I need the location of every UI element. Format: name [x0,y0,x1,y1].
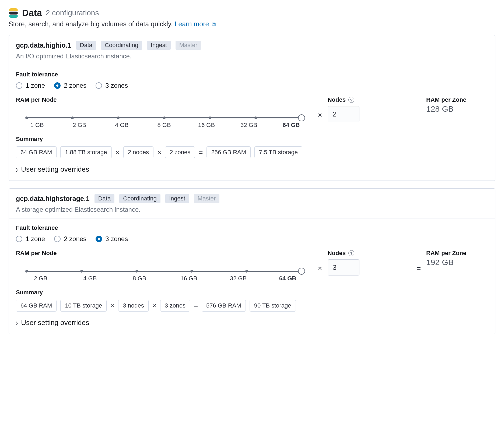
help-icon[interactable]: ? [348,97,354,103]
zone-radio[interactable]: 3 zones [96,235,128,243]
config-title: gcp.data.highstorage.1 [16,195,90,203]
nodes-input[interactable] [328,106,359,122]
slider-value-label: 32 GB [228,122,270,129]
chevron-right-icon: › [16,164,18,174]
help-icon[interactable]: ? [348,250,354,256]
zone-radio[interactable]: 1 zone [16,235,45,243]
slider-tick-icon [245,270,248,273]
ram-slider[interactable]: 2 GB4 GB8 GB16 GB32 GB64 GB [16,260,312,282]
slider-value-label: 64 GB [270,122,312,129]
summary-zones: 3 zones [160,300,190,312]
summary-storage-total: 7.5 TB storage [254,146,302,158]
equals-icon: = [416,111,421,119]
nodes-label: Nodes [328,250,346,257]
fault-tolerance-label: Fault tolerance [16,71,488,78]
page-subtitle-text: Store, search, and analyze big volumes o… [9,20,173,28]
ram-per-node-label: RAM per Node [16,250,312,257]
config-title: gcp.data.highio.1 [16,41,71,49]
summary-zones: 2 zones [165,146,195,158]
elastic-logo-icon [9,8,18,18]
role-badge: Data [76,41,96,50]
multiply-icon: × [152,302,156,310]
page-subtitle: Store, search, and analyze big volumes o… [9,20,495,28]
zone-radio-group: 1 zone2 zones3 zones [16,235,488,243]
popout-icon: ⧉ [212,21,216,27]
multiply-icon: × [110,302,114,310]
summary-storage-each: 10 TB storage [60,300,107,312]
config-description: A storage optimized Elasticsearch instan… [16,206,488,213]
chevron-right-icon: › [16,318,18,327]
slider-tick-icon [163,116,166,119]
config-panels: gcp.data.highio.1DataCoordinatingIngestM… [9,35,495,334]
slider-value-label: 16 GB [164,275,214,282]
radio-icon [96,236,102,242]
nodes-input[interactable] [328,259,359,276]
ram-per-node-label: RAM per Node [16,96,312,103]
slider-value-label: 16 GB [185,122,228,129]
ram-per-zone-label: RAM per Zone [426,250,488,257]
radio-icon [16,236,22,242]
overrides-label: User setting overrides [21,319,89,327]
config-description: An I/O optimized Elasticsearch instance. [16,52,488,60]
multiply-icon: × [157,148,161,157]
user-setting-overrides-toggle[interactable]: ›User setting overrides [16,319,488,327]
summary-nodes: 3 nodes [118,300,148,312]
slider-value-label: 64 GB [263,275,313,282]
zone-radio-label: 2 zones [64,235,86,243]
zone-radio[interactable]: 1 zone [16,82,45,89]
ram-slider[interactable]: 1 GB2 GB4 GB8 GB16 GB32 GB64 GB [16,107,312,129]
equals-icon: = [416,264,421,273]
summary-ram-total: 256 GB RAM [206,146,251,158]
summary-storage-total: 90 TB storage [250,300,296,312]
zone-radio[interactable]: 2 zones [54,235,86,243]
zone-radio[interactable]: 3 zones [96,82,128,89]
multiply-icon: × [318,264,322,273]
summary-ram-total: 576 GB RAM [202,300,246,312]
slider-thumb-icon[interactable] [298,268,305,275]
summary-ram-each: 64 GB RAM [16,300,57,312]
config-panel: gcp.data.highio.1DataCoordinatingIngestM… [9,35,495,181]
role-badge: Coordinating [101,41,142,50]
slider-tick-icon [71,116,74,119]
ram-per-zone-value: 192 GB [426,258,488,267]
user-setting-overrides-toggle[interactable]: ›User setting overrides [16,165,488,174]
zone-radio[interactable]: 2 zones [54,82,86,89]
learn-more-text: Learn more [175,20,209,28]
slider-value-label: 8 GB [115,275,164,282]
slider-value-label: 1 GB [16,122,58,129]
page-title: Data [22,8,42,18]
overrides-label: User setting overrides [21,165,89,174]
role-badge: Master [176,41,201,50]
slider-tick-icon [254,116,257,119]
summary-storage-each: 1.88 TB storage [60,146,111,158]
radio-icon [54,82,61,89]
summary-row: 64 GB RAM10 TB storage×3 nodes×3 zones=5… [16,300,488,312]
summary-ram-each: 64 GB RAM [16,146,57,158]
slider-tick-icon [190,270,193,273]
nodes-label: Nodes [328,96,346,103]
radio-icon [96,82,102,89]
learn-more-link[interactable]: Learn more ⧉ [175,20,216,28]
role-badge: Data [94,194,114,203]
role-badge: Ingest [165,194,189,203]
slider-value-label: 4 GB [101,122,143,129]
zone-radio-label: 3 zones [105,82,128,89]
multiply-icon: × [116,148,120,157]
slider-value-label: 2 GB [16,275,65,282]
slider-tick-icon [25,270,28,273]
page-title-row: Data 2 configurations [9,8,495,18]
summary-label: Summary [16,136,488,143]
slider-tick-icon [209,116,211,119]
zone-radio-label: 2 zones [64,82,86,89]
role-badge: Master [194,194,219,203]
slider-tick-icon [135,270,138,273]
ram-per-zone-value: 128 GB [426,104,488,114]
zone-radio-label: 1 zone [26,82,45,89]
config-panel: gcp.data.highstorage.1DataCoordinatingIn… [9,188,495,334]
slider-thumb-icon[interactable] [298,114,305,121]
equals-icon: = [199,148,203,157]
slider-tick-icon [80,270,83,273]
radio-icon [16,82,22,89]
zone-radio-label: 3 zones [105,235,128,243]
slider-tick-icon [25,116,28,119]
